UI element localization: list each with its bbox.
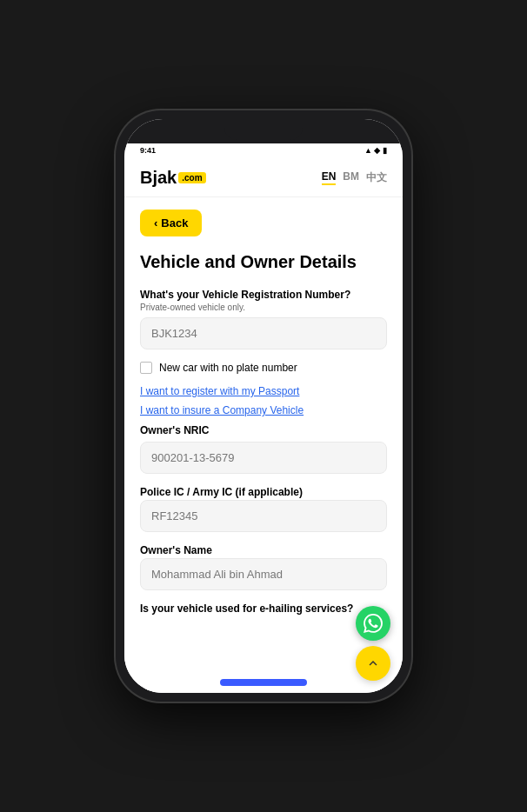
passport-link[interactable]: I want to register with my Passport <box>140 385 299 397</box>
police-ic-section: Police IC / Army IC (if applicable) <box>140 486 387 532</box>
chevron-up-icon <box>365 656 381 671</box>
ehailing-label: Is your vehicle used for e-hailing servi… <box>140 602 387 615</box>
lang-bm-button[interactable]: BM <box>343 170 359 185</box>
ehailing-section: Is your vehicle used for e-hailing servi… <box>140 602 387 615</box>
owner-nric-section: Owner's NRIC <box>140 424 387 474</box>
new-car-label: New car with no plate number <box>159 362 297 374</box>
page-title: Vehicle and Owner Details <box>140 250 387 273</box>
vehicle-reg-input[interactable] <box>140 317 387 349</box>
vehicle-reg-sublabel: Private-owned vehicle only. <box>140 303 387 312</box>
logo-com: .com <box>178 172 205 183</box>
status-icons: ▲ ◆ ▮ <box>364 146 387 155</box>
lang-switcher: EN BM 中文 <box>322 170 387 185</box>
whatsapp-icon <box>364 614 383 633</box>
back-button[interactable]: ‹ Back <box>140 210 202 236</box>
vehicle-reg-label: What's your Vehicle Registration Number? <box>140 289 387 301</box>
back-label: Back <box>161 216 188 230</box>
lang-zh-button[interactable]: 中文 <box>366 170 387 185</box>
logo: Bjak .com <box>140 168 206 188</box>
police-ic-label: Police IC / Army IC (if applicable) <box>140 486 387 498</box>
back-chevron-icon: ‹ <box>154 216 157 230</box>
owner-name-input[interactable] <box>140 558 387 590</box>
scroll-top-button[interactable] <box>356 646 390 681</box>
company-vehicle-link-row: I want to insure a Company Vehicle <box>140 402 387 417</box>
owner-name-label: Owner's Name <box>140 544 387 556</box>
passport-link-row: I want to register with my Passport <box>140 383 387 398</box>
whatsapp-button[interactable] <box>356 606 390 641</box>
logo-text: Bjak <box>140 168 177 188</box>
bottom-bar-button <box>220 679 307 686</box>
status-bar: 9:41 ▲ ◆ ▮ <box>124 143 403 157</box>
owner-nric-label: Owner's NRIC <box>140 424 387 436</box>
header: Bjak .com EN BM 中文 <box>124 157 403 197</box>
page-body: ‹ Back Vehicle and Owner Details What's … <box>124 197 403 653</box>
owner-name-section: Owner's Name <box>140 544 387 590</box>
owner-nric-input[interactable] <box>140 442 387 474</box>
company-vehicle-link[interactable]: I want to insure a Company Vehicle <box>140 404 304 416</box>
new-car-checkbox-row[interactable]: New car with no plate number <box>140 362 387 374</box>
lang-en-button[interactable]: EN <box>322 170 337 185</box>
vehicle-reg-section: What's your Vehicle Registration Number?… <box>140 289 387 349</box>
police-ic-input[interactable] <box>140 500 387 532</box>
status-time: 9:41 <box>140 146 156 155</box>
new-car-checkbox[interactable] <box>140 362 152 374</box>
